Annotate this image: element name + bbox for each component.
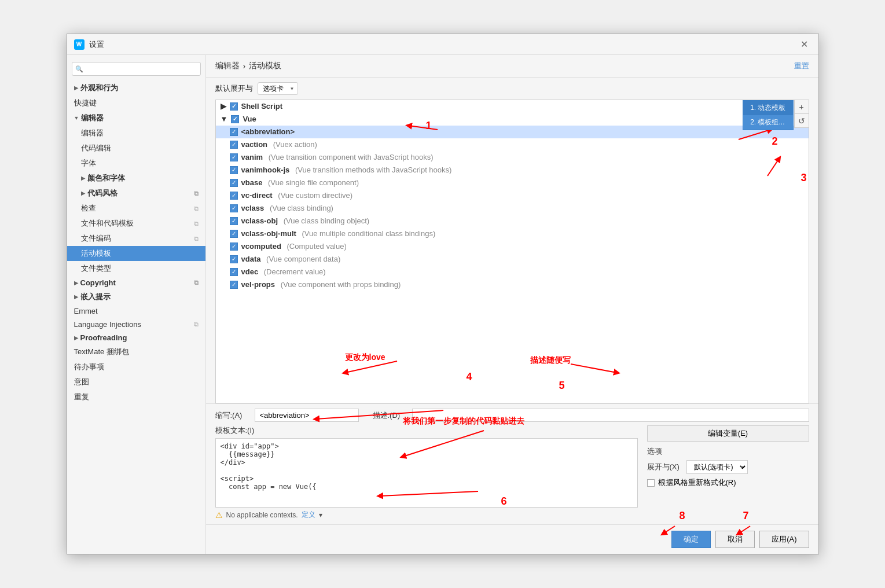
tree-checkbox-vanim[interactable] (230, 153, 238, 161)
expand-select-wrapper[interactable]: 选项卡 空格 回车 (258, 82, 298, 95)
sidebar-label-lang-inject: Language Injections (74, 320, 141, 329)
tree-checkbox-vanimhook[interactable] (230, 166, 238, 174)
menu-item-live-template[interactable]: 1. 动态模板 (743, 101, 792, 115)
tree-item-vcomputed[interactable]: vcomputed (Computed value) (216, 240, 809, 253)
sidebar-item-embed-hint[interactable]: ▶ 嵌入提示 (67, 289, 205, 304)
sidebar-item-textmate[interactable]: TextMate 捆绑包 (67, 344, 205, 359)
tree-desc-vcomputed: (Computed value) (285, 242, 347, 251)
tree-name-vdata: vdata (241, 255, 261, 263)
tree-checkbox-velprops[interactable] (230, 281, 238, 289)
tree-checkbox-shell[interactable] (230, 102, 238, 111)
sidebar-item-file-template[interactable]: 文件和代码模板 ⧉ (67, 216, 205, 231)
tree-checkbox-vdec[interactable] (230, 268, 238, 276)
sidebar-item-copyright[interactable]: ▶ Copyright ⧉ (67, 276, 205, 289)
template-code-area[interactable]: <div id="app"> {{message}} </div> <scrip… (215, 438, 638, 508)
sidebar: 🔍 ▶ 外观和行为 快捷键 ▼ 编辑器 编辑器 代码编辑 字体 (67, 55, 206, 554)
dropdown-arrow-icon[interactable]: ▾ (319, 511, 322, 519)
code-line5: <script> (221, 475, 633, 483)
sidebar-item-file-encoding[interactable]: 文件编码 ⧉ (67, 231, 205, 246)
menu-item-template-group[interactable]: 2. 模板组... (743, 115, 792, 130)
tree-item-abbrev[interactable]: <abbreviation> (216, 126, 809, 138)
edit-var-button[interactable]: 编辑变量(E) (647, 425, 809, 442)
tree-checkbox-vdata[interactable] (230, 255, 238, 263)
abbrev-input[interactable] (255, 409, 359, 422)
tree-group-vue[interactable]: ▼ Vue (216, 113, 809, 126)
warning-icon: ⚠ (215, 510, 223, 520)
define-link[interactable]: 定义 (302, 510, 315, 520)
add-template-button[interactable]: + (795, 100, 809, 114)
sidebar-item-inspect[interactable]: 检查 ⧉ (67, 201, 205, 216)
sidebar-label-textmate: TextMate 捆绑包 (74, 347, 129, 357)
desc-input[interactable] (412, 409, 809, 422)
tree-item-vanimhook[interactable]: vanimhook-js (Vue transition methods wit… (216, 164, 809, 177)
tree-checkbox-vbase[interactable] (230, 179, 238, 187)
tree-desc-velprops: (Vue component with props binding) (278, 280, 401, 289)
sidebar-label-code-edit: 代码编辑 (81, 143, 111, 153)
tree-name-vanimhook: vanimhook-js (241, 166, 290, 174)
cancel-button[interactable]: 取消 (715, 531, 755, 548)
sidebar-item-shortcuts[interactable]: 快捷键 (67, 95, 205, 111)
ok-button[interactable]: 确定 (671, 531, 711, 548)
chevron-right-icon5: ▶ (74, 294, 78, 300)
sidebar-label-embed-hint: 嵌入提示 (80, 292, 111, 302)
tree-checkbox-vclassobjmult[interactable] (230, 230, 238, 238)
settings-dialog: W 设置 ✕ 🔍 ▶ 外观和行为 快捷键 ▼ 编辑器 编辑器 (67, 34, 819, 554)
tree-item-vcdirect[interactable]: vc-direct (Vue custom directive) (216, 189, 809, 202)
tree-desc-vclass: (Vue class binding) (267, 204, 333, 212)
tree-checkbox-abbrev[interactable] (230, 128, 238, 136)
tree-item-vdec[interactable]: vdec (Decrement value) (216, 266, 809, 278)
search-icon: 🔍 (75, 65, 83, 73)
reformat-checkbox[interactable] (647, 479, 655, 487)
tree-item-vclassobjmult[interactable]: vclass-obj-mult (Vue multiple conditiona… (216, 227, 809, 240)
tree-item-vbase[interactable]: vbase (Vue single file component) (216, 177, 809, 189)
sidebar-label-file-template: 文件和代码模板 (81, 218, 134, 229)
options-expand-select[interactable]: 默认(选项卡) 选项卡 空格 回车 (686, 460, 748, 474)
tree-item-vaction[interactable]: vaction (Vuex action) (216, 138, 809, 151)
tree-item-vclass[interactable]: vclass (Vue class binding) (216, 202, 809, 215)
sidebar-item-intent[interactable]: 意图 (67, 374, 205, 389)
tree-item-velprops[interactable]: vel-props (Vue component with props bind… (216, 278, 809, 291)
close-button[interactable]: ✕ (797, 38, 811, 51)
chevron-right-icon: ▶ (74, 85, 78, 91)
search-box[interactable]: 🔍 (72, 62, 201, 76)
sidebar-item-code-style[interactable]: ▶ 代码风格 ⧉ (67, 186, 205, 201)
tree-group-shell[interactable]: ▶ Shell Script (216, 100, 809, 113)
undo-button[interactable]: ↺ (795, 114, 809, 128)
sidebar-item-font[interactable]: 字体 (67, 156, 205, 171)
title-bar-left: W 设置 (74, 39, 104, 50)
tree-item-vclassobj[interactable]: vclass-obj (Vue class binding object) (216, 215, 809, 227)
sidebar-label-todo: 待办事项 (74, 362, 104, 372)
sidebar-item-emmet[interactable]: Emmet (67, 304, 205, 318)
search-input[interactable] (72, 62, 201, 76)
apply-button[interactable]: 应用(A) (759, 531, 809, 548)
sidebar-item-proofreading[interactable]: ▶ Proofreading (67, 331, 205, 344)
sidebar-item-color-font[interactable]: ▶ 颜色和字体 (67, 171, 205, 186)
tree-checkbox-vue[interactable] (231, 115, 239, 123)
sidebar-item-lang-inject[interactable]: Language Injections ⧉ (67, 318, 205, 331)
tree-checkbox-vcomputed[interactable] (230, 242, 238, 251)
tree-item-vdata[interactable]: vdata (Vue component data) (216, 253, 809, 266)
sidebar-label-shortcuts: 快捷键 (74, 98, 97, 108)
tree-checkbox-vaction[interactable] (230, 141, 238, 149)
expand-select[interactable]: 选项卡 空格 回车 (258, 82, 298, 95)
sidebar-item-file-types[interactable]: 文件类型 (67, 261, 205, 276)
sidebar-item-todo[interactable]: 待办事项 (67, 359, 205, 374)
copy-icon3: ⧉ (194, 220, 199, 227)
sidebar-item-live-templates[interactable]: 活动模板 (67, 246, 205, 261)
tree-name-vclassobjmult: vclass-obj-mult (241, 229, 296, 238)
sidebar-label-color-font: 颜色和字体 (87, 173, 125, 183)
tree-label-shell: Shell Script (241, 102, 283, 111)
tree-checkbox-vcdirect[interactable] (230, 192, 238, 200)
sidebar-item-editor-group[interactable]: ▼ 编辑器 (67, 111, 205, 126)
tree-desc-vanim: (Vue transition component with JavaScrip… (266, 153, 434, 161)
tree-item-vanim[interactable]: vanim (Vue transition component with Jav… (216, 151, 809, 164)
options-expand-select-wrapper[interactable]: 默认(选项卡) 选项卡 空格 回车 (686, 460, 748, 474)
reset-button[interactable]: 重置 (794, 61, 809, 71)
tree-checkbox-vclass[interactable] (230, 204, 238, 212)
sidebar-item-code-edit[interactable]: 代码编辑 (67, 141, 205, 156)
tree-checkbox-vclassobj[interactable] (230, 217, 238, 225)
sidebar-item-editor[interactable]: 编辑器 (67, 126, 205, 141)
sidebar-item-repeat[interactable]: 重复 (67, 389, 205, 405)
sidebar-item-appearance[interactable]: ▶ 外观和行为 (67, 80, 205, 95)
sidebar-label-editor: 编辑器 (81, 128, 104, 138)
